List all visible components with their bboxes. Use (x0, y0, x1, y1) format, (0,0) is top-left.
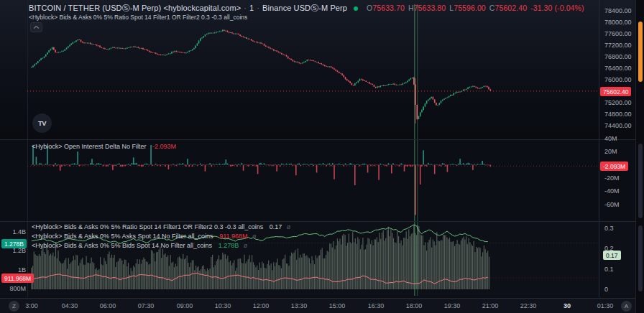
pane-separator-1[interactable] (0, 139, 644, 140)
time-axis-label: 01:30 (597, 302, 614, 309)
close-value: 75602.40 (495, 4, 528, 12)
bids-value: 1.278B (218, 242, 239, 249)
separator-dot: · (257, 4, 259, 12)
connection-status-icon (354, 6, 358, 11)
asks-value: 911.968M (219, 233, 247, 240)
time-axis-label: 15:00 (329, 302, 346, 309)
value-marker-icon: ø (252, 233, 257, 240)
last-price-badge: 75602.40 (600, 87, 631, 96)
right-edge-strip (635, 0, 644, 313)
legend-open-interest[interactable]: <Hyblock> Open Interest Delta No Filter … (32, 143, 176, 150)
time-axis-label: 04:30 (62, 302, 78, 309)
pane-indicator-gray (638, 225, 643, 291)
value-marker-icon: ø (287, 223, 291, 230)
price-axis-label: 76000.00 (604, 76, 632, 83)
bids-badge: 1.278B (1, 239, 27, 248)
pane-separator-2[interactable] (0, 221, 644, 222)
volume-axis-label: 1B (1, 266, 26, 274)
pane-indicator-gray (638, 144, 643, 218)
close-label: C (489, 4, 495, 12)
oi-delta-value: -2.093M (152, 143, 176, 150)
symbol-header: BITCOIN / TETHER (USDⓈ-M Perp) <hyblockc… (29, 3, 584, 14)
ratio-axis-label: 0.3 (604, 225, 614, 232)
change-value: -31.30 (-0.04%) (530, 4, 584, 12)
tv-logo-text: TV (38, 119, 46, 127)
price-axis-label: 77200.00 (604, 42, 632, 49)
legend-text: <Hyblock> Bids & Asks 0% 5% Ratio Spot 1… (32, 223, 263, 230)
oi-axis-label: 40M (604, 135, 617, 142)
asks-badge: 911.968M (1, 274, 34, 283)
oi-axis-label: -60M (604, 201, 620, 208)
oi-delta-badge: -2.093M (600, 162, 628, 171)
low-value: 75596.00 (454, 4, 486, 12)
symbol-title[interactable]: BITCOIN / TETHER (USDⓈ-M Perp) <hyblockc… (29, 4, 241, 12)
timezone-button[interactable]: Z (9, 301, 19, 312)
time-axis-label: 07:30 (138, 302, 155, 309)
chevron-up-icon (33, 25, 40, 29)
oi-axis-label: -20M (604, 174, 620, 182)
exchange-name: Binance USDⓈ-M Perp (262, 4, 347, 12)
collapse-legend-button[interactable] (30, 22, 42, 32)
time-axis-label: 06:00 (100, 302, 116, 309)
price-axis-label: 74400.00 (604, 122, 632, 129)
time-axis-label: 30 (564, 302, 571, 309)
open-value: 75633.70 (372, 4, 405, 12)
high-label: H (408, 4, 414, 12)
pane-indicator-orange (638, 22, 643, 82)
legend-text: <Hyblock> Bids & Asks 0% 5% Ratio Spot 1… (29, 14, 247, 21)
oi-axis-label: -40M (604, 187, 620, 195)
legend-main-indicator[interactable]: <Hyblock> Bids & Asks 0% 5% Ratio Spot 1… (29, 14, 247, 21)
price-axis-label: 75200.00 (604, 99, 632, 106)
timezone-label: Z (12, 303, 16, 309)
legend-text: <Hyblock> Open Interest Delta No Filter (32, 143, 147, 150)
time-axis[interactable]: 3:0004:3006:0007:3009:0010:3012:0013:301… (0, 298, 644, 313)
time-axis-label: 09:00 (177, 302, 193, 309)
time-axis-label: 19:30 (444, 302, 461, 309)
price-axis-label: 78400.00 (604, 7, 632, 14)
volume-axis-label: 800M (1, 285, 26, 292)
ratio-value: 0.17 (270, 223, 282, 230)
time-axis-label: 22:30 (520, 302, 537, 309)
auto-label: A (625, 303, 628, 309)
ratio-axis-label: 0.1 (604, 266, 614, 273)
time-axis-label: 16:30 (368, 302, 385, 309)
value-marker-icon: ø (244, 242, 248, 249)
time-axis-label: 18:00 (406, 302, 423, 309)
auto-scale-button[interactable]: A (621, 301, 632, 312)
oi-axis-label: 20M (604, 148, 617, 155)
legend-asks[interactable]: <Hyblock> Bids & Asks 0% 5% Asks Spot 14… (32, 233, 257, 240)
chart-canvas[interactable] (0, 0, 644, 313)
legend-text: <Hyblock> Bids & Asks 0% 5% Asks Spot 14… (32, 233, 213, 240)
price-axis-label: 76400.00 (604, 65, 632, 72)
interval-value[interactable]: 1 (249, 4, 254, 12)
chart-window: BITCOIN / TETHER (USDⓈ-M Perp) <hyblockc… (0, 0, 644, 313)
tradingview-logo[interactable]: TV (32, 113, 52, 133)
time-axis-label: 3:00 (25, 302, 38, 309)
price-axis-label: 78000.00 (604, 19, 632, 26)
separator-dot: · (244, 4, 247, 12)
high-value: 75633.80 (414, 4, 446, 12)
volume-axis-label: 1.4B (1, 228, 26, 235)
time-axis-label: 12:00 (253, 302, 270, 309)
legend-text: <Hyblock> Bids & Asks 0% 5% Bids Spot 14… (32, 242, 212, 249)
ratio-axis-label: 0 (604, 286, 608, 293)
legend-ratio[interactable]: <Hyblock> Bids & Asks 0% 5% Ratio Spot 1… (32, 223, 290, 230)
price-axis-label: 77600.00 (604, 30, 632, 37)
ratio-badge: 0.17 (603, 251, 621, 260)
legend-bids[interactable]: <Hyblock> Bids & Asks 0% 5% Bids Spot 14… (32, 242, 247, 249)
price-axis-label: 76800.00 (604, 53, 632, 60)
time-axis-label: 21:00 (482, 302, 499, 309)
time-axis-label: 10:30 (215, 302, 231, 309)
time-axis-label: 13:30 (291, 302, 308, 309)
price-axis-label: 74800.00 (604, 111, 632, 118)
